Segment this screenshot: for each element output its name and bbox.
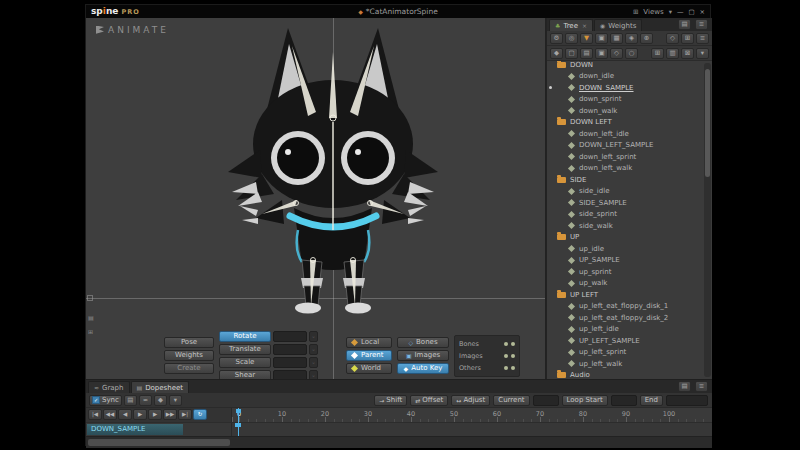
next-frame-button[interactable]: ▶ (148, 409, 162, 420)
scale-value-field[interactable] (273, 357, 307, 368)
tab-close-icon[interactable]: × (582, 22, 587, 29)
panel-menu-icon[interactable]: ≡ (695, 19, 708, 30)
views-menu[interactable]: Views (643, 8, 663, 16)
rotate-button[interactable]: Rotate (219, 331, 271, 342)
tree-item-side-sprint[interactable]: side_sprint (547, 209, 712, 221)
current-frame-field[interactable] (533, 395, 559, 406)
tab-weights[interactable]: ◉ Weights (594, 19, 642, 31)
bones-visibility-dot[interactable] (504, 342, 508, 346)
filter-slots-icon[interactable]: ▢ (565, 48, 578, 59)
local-axes-button[interactable]: Local (346, 337, 392, 348)
minimize-button[interactable]: — (677, 8, 684, 16)
adjust-button[interactable]: ↔ Adjust (451, 395, 490, 406)
tree-item-up-left-idle[interactable]: up_left_idle (547, 324, 712, 336)
tree-item-up-left-eat-floppy-disk-1[interactable]: up_left_eat_floppy_disk_1 (547, 301, 712, 313)
filter-audio-icon[interactable]: ○ (625, 48, 638, 59)
tree-menu-icon[interactable]: ≡ (696, 33, 709, 44)
tab-dopesheet[interactable]: ▤ Dopesheet (131, 381, 190, 393)
tree-item-up-sample[interactable]: UP_SAMPLE (547, 255, 712, 267)
tree-grid-icon[interactable]: ▦ (610, 33, 623, 44)
images-visibility-dot[interactable] (504, 354, 508, 358)
tree-item-down[interactable]: DOWN (547, 61, 712, 71)
viewport[interactable]: ANIMATE (86, 18, 546, 379)
tree-item-down-sprint[interactable]: down_sprint (547, 94, 712, 106)
cat-character[interactable] (198, 22, 468, 314)
key-filter-icon[interactable]: ◆ (154, 395, 167, 406)
tree-item-down-left-walk[interactable]: down_left_walk (547, 163, 712, 175)
tree-ghost-icon[interactable]: ▣ (595, 33, 608, 44)
play-button[interactable]: ▶ (133, 409, 147, 420)
viewport-axes-icon[interactable]: ⊞ (88, 328, 93, 335)
end-button[interactable]: End (640, 395, 663, 406)
tree-item-down-left-sprint[interactable]: down_left_sprint (547, 151, 712, 163)
dopesheet-options-icon[interactable]: ▤ (124, 395, 137, 406)
scale-button[interactable]: Scale (219, 357, 271, 368)
panel-layout-icon[interactable]: ▤ (678, 19, 691, 30)
tree-expand-all-icon[interactable]: ⊞ (681, 33, 694, 44)
others-visibility-dot[interactable] (504, 366, 508, 370)
loop-start-button[interactable]: Loop Start (562, 395, 608, 406)
translate-button[interactable]: Translate (219, 344, 271, 355)
tree-item-up-sprint[interactable]: up_sprint (547, 266, 712, 278)
shear-value-field[interactable] (273, 370, 307, 379)
filter-skins-icon[interactable]: ▤ (580, 48, 593, 59)
curve-filter-icon[interactable]: ≈ (139, 395, 152, 406)
tree-item-up-left-sample[interactable]: UP_LEFT_SAMPLE (547, 335, 712, 347)
tree-item-up-left[interactable]: UP LEFT (547, 289, 712, 301)
track-animation-label[interactable]: DOWN_SAMPLE (87, 424, 183, 435)
translate-value-field[interactable] (273, 344, 307, 355)
first-frame-button[interactable]: |◀ (88, 409, 102, 420)
keyframe-marker[interactable] (235, 423, 241, 427)
maximize-button[interactable]: ▢ (688, 8, 694, 16)
parent-axes-button[interactable]: Parent (346, 350, 392, 361)
dopesheet-menu-icon[interactable]: ≡ (695, 381, 708, 392)
tree-item-up-left-sprint[interactable]: up_left_sprint (547, 347, 712, 359)
others-visibility-dot-2[interactable] (511, 366, 515, 370)
tree-filter-icon[interactable]: ▼ (580, 33, 593, 44)
loop-start-field[interactable] (611, 395, 637, 406)
scale-compensate-icon[interactable]: ◦ (309, 357, 318, 368)
views-caret-icon[interactable]: ▾ (669, 8, 672, 16)
tree-item-down-left-idle[interactable]: down_left_idle (547, 128, 712, 140)
filter-events-icon[interactable]: ◇ (610, 48, 623, 59)
tree-item-down-sample[interactable]: DOWN_SAMPLE (547, 82, 712, 94)
tree-settings-icon[interactable]: ⚙ (550, 33, 563, 44)
shear-button[interactable]: Shear (219, 370, 271, 379)
tree-item-side-idle[interactable]: side_idle (547, 186, 712, 198)
viewport-options-icon[interactable]: ▤ (88, 314, 94, 321)
tree-more-icon[interactable]: ▾ (696, 48, 709, 59)
tree-item-down-idle[interactable]: down_idle (547, 71, 712, 83)
tree-item-down-walk[interactable]: down_walk (547, 105, 712, 117)
tree-item-side-sample[interactable]: SIDE_SAMPLE (547, 197, 712, 209)
tree-item-up-idle[interactable]: up_idle (547, 243, 712, 255)
tree-pin-icon[interactable]: ◇ (666, 33, 679, 44)
tree-pose-icon[interactable]: ◈ (625, 33, 638, 44)
bones-visibility-dot-2[interactable] (511, 342, 515, 346)
views-grid-icon[interactable]: ⊞ (633, 8, 638, 16)
images-visibility-dot-2[interactable] (511, 354, 515, 358)
duplicate-icon[interactable]: ▥ (666, 48, 679, 59)
dopesheet-layout-icon[interactable]: ▤ (678, 381, 691, 392)
weights-button[interactable]: Weights (164, 350, 214, 361)
shear-compensate-icon[interactable]: ◦ (309, 370, 318, 379)
translate-compensate-icon[interactable]: ◦ (309, 344, 318, 355)
pose-button[interactable]: Pose (164, 337, 214, 348)
timeline-track-area[interactable]: DOWN_SAMPLE (86, 422, 712, 436)
tree-compensate-icon[interactable]: ⊕ (640, 33, 653, 44)
bones-button[interactable]: ◇Bones (397, 337, 449, 348)
loop-button[interactable]: ↻ (193, 409, 207, 420)
rotate-compensate-icon[interactable]: ◦ (309, 331, 318, 342)
world-axes-button[interactable]: World (346, 363, 392, 374)
delete-icon[interactable]: ⊠ (681, 48, 694, 59)
new-setup-icon[interactable]: ⊞ (651, 48, 664, 59)
timeline-scrollbar-thumb[interactable] (88, 439, 230, 446)
timeline-ruler[interactable]: 0102030405060708090100 (231, 408, 712, 422)
tree-item-side-walk[interactable]: side_walk (547, 220, 712, 232)
sync-button[interactable]: ✓ Sync (89, 395, 122, 406)
create-button[interactable]: Create (164, 363, 214, 374)
prev-keyframe-button[interactable]: ◀◀ (103, 409, 117, 420)
shift-button[interactable]: → Shift (374, 395, 407, 406)
playhead-handle[interactable] (236, 409, 241, 413)
last-frame-button[interactable]: ▶| (178, 409, 192, 420)
timeline-scrollbar[interactable] (86, 436, 712, 448)
